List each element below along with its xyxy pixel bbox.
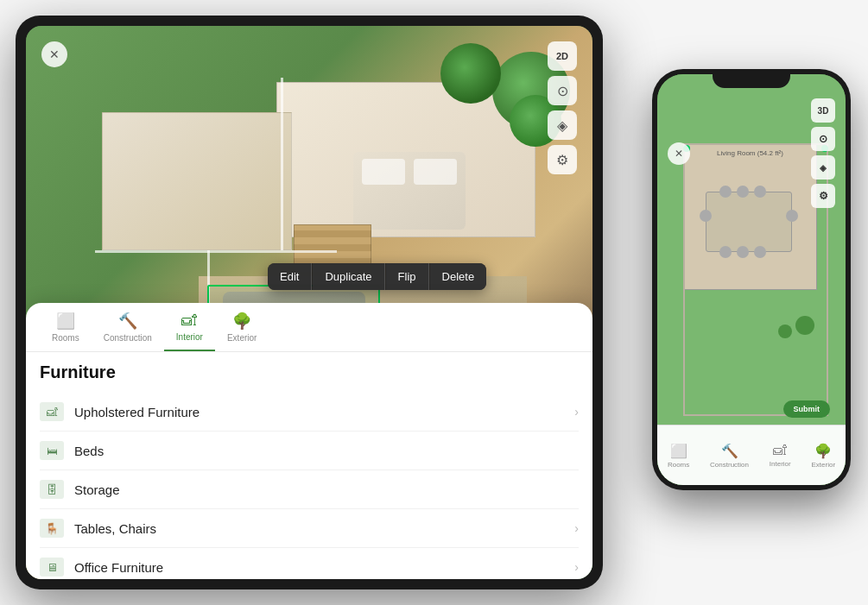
phone-nav-exterior-label: Exterior [812, 461, 836, 469]
tablet-view-buttons: 2D ⊙ ◈ ⚙ [548, 41, 577, 174]
phone-plant-1 [795, 316, 814, 335]
context-menu: Edit Duplicate Flip Delete [268, 263, 486, 290]
tablet-close-icon: ✕ [49, 47, 60, 61]
chair-bot-1 [719, 246, 732, 258]
phone-top-buttons: ✕ 3D ⊙ ◈ ⚙ [668, 98, 835, 208]
phone-action-button[interactable]: Submit [783, 400, 831, 418]
panel-tab-interior[interactable]: 🛋 Interior [164, 303, 215, 351]
panel-tabs: ⬜ Rooms 🔨 Construction 🛋 Interior 🌳 Exte… [26, 303, 592, 352]
office-chevron: › [574, 560, 579, 574]
kitchen-area [102, 112, 292, 250]
context-menu-delete[interactable]: Delete [430, 263, 487, 290]
wall-horizontal-1 [95, 250, 337, 253]
context-menu-edit[interactable]: Edit [268, 263, 312, 290]
phone-layers-button[interactable]: ◈ [811, 155, 835, 180]
phone-view-buttons: 3D ⊙ ◈ ⚙ [811, 98, 835, 208]
chair-bot-3 [754, 246, 766, 258]
panel-tab-rooms[interactable]: ⬜ Rooms [40, 303, 92, 351]
bed-furniture [353, 152, 466, 230]
furniture-item-storage[interactable]: 🗄 Storage [40, 470, 579, 509]
phone-nav-exterior[interactable]: 🌳 Exterior [812, 443, 836, 469]
wall-vertical-1 [281, 78, 283, 250]
chair-left-1 [700, 210, 712, 222]
tablet-2d-button[interactable]: 2D [548, 41, 577, 71]
tablet-bottom-panel: ⬜ Rooms 🔨 Construction 🛋 Interior 🌳 Exte… [26, 303, 592, 579]
storage-icon: 🗄 [40, 480, 64, 499]
context-menu-flip[interactable]: Flip [386, 263, 429, 290]
tree-2 [440, 43, 501, 104]
furniture-item-upholstered[interactable]: 🛋 Upholstered Furniture › [40, 393, 579, 432]
phone-nav-rooms-icon: ⬜ [670, 443, 687, 459]
tablet-layers-button[interactable]: ◈ [548, 110, 577, 140]
phone-settings-button[interactable]: ⚙ [811, 184, 835, 208]
furniture-item-beds[interactable]: 🛏 Beds [40, 432, 579, 470]
phone-nav-interior-icon: 🛋 [773, 443, 787, 458]
phone-nav-rooms[interactable]: ⬜ Rooms [668, 443, 689, 469]
chair-bot-2 [737, 246, 749, 258]
phone-close-icon: ✕ [675, 148, 683, 160]
construction-tab-label: Construction [104, 333, 152, 343]
furniture-item-tables[interactable]: 🪑 Tables, Chairs › [40, 509, 579, 548]
upholstered-label: Upholstered Furniture [74, 405, 574, 419]
bed-pillow-2 [414, 159, 457, 185]
phone-bottom-nav: ⬜ Rooms 🔨 Construction 🛋 Interior 🌳 Exte… [657, 425, 846, 485]
office-icon: 🖥 [40, 558, 64, 577]
phone-3d-button[interactable]: 3D [811, 98, 835, 123]
upholstered-chevron: › [574, 405, 579, 419]
storage-label: Storage [74, 482, 579, 497]
panel-tab-construction[interactable]: 🔨 Construction [92, 303, 164, 351]
phone-nav-interior[interactable]: 🛋 Interior [770, 443, 791, 468]
chair-right-1 [786, 210, 798, 222]
beds-label: Beds [74, 444, 579, 458]
phone-notch [713, 69, 790, 88]
bed-pillow-1 [362, 159, 405, 185]
tablet-close-button[interactable]: ✕ [41, 41, 67, 67]
main-scene: Edit Duplicate Flip Delete ✕ 2D ⊙ ◈ ⚙ [0, 0, 868, 605]
construction-tab-icon: 🔨 [118, 312, 137, 331]
exterior-tab-label: Exterior [227, 333, 257, 343]
phone-nav-construction-icon: 🔨 [721, 443, 738, 459]
phone-plant-2 [778, 325, 792, 338]
tables-icon: 🪑 [40, 519, 64, 538]
phone-nav-construction-label: Construction [710, 461, 749, 469]
tablet-rotate-button[interactable]: ⊙ [548, 76, 577, 105]
phone-nav-interior-label: Interior [770, 460, 791, 468]
tablet-screen: Edit Duplicate Flip Delete ✕ 2D ⊙ ◈ ⚙ [26, 26, 592, 579]
phone-device: Living Room (54.2 ft²) [652, 69, 851, 490]
context-menu-duplicate[interactable]: Duplicate [313, 263, 384, 290]
phone-action-label: Submit [794, 405, 820, 413]
phone-nav-construction[interactable]: 🔨 Construction [710, 443, 749, 469]
panel-content: Furniture 🛋 Upholstered Furniture › 🛏 Be… [26, 352, 592, 579]
phone-nav-rooms-label: Rooms [668, 461, 689, 469]
upholstered-icon: 🛋 [40, 402, 64, 421]
interior-tab-label: Interior [176, 332, 203, 342]
phone-rotate-button[interactable]: ⊙ [811, 127, 835, 151]
panel-title: Furniture [40, 362, 579, 382]
phone-screen: Living Room (54.2 ft²) [657, 74, 846, 485]
exterior-tab-icon: 🌳 [232, 312, 251, 331]
tables-chevron: › [574, 521, 579, 535]
furniture-item-office[interactable]: 🖥 Office Furniture › [40, 548, 579, 579]
tablet-settings-button[interactable]: ⚙ [548, 145, 577, 174]
tablet-device: Edit Duplicate Flip Delete ✕ 2D ⊙ ◈ ⚙ [16, 16, 603, 589]
interior-tab-icon: 🛋 [181, 312, 197, 330]
phone-nav-exterior-icon: 🌳 [814, 443, 832, 459]
beds-icon: 🛏 [40, 441, 64, 460]
rooms-tab-icon: ⬜ [56, 312, 75, 331]
office-label: Office Furniture [74, 560, 574, 575]
phone-close-button[interactable]: ✕ [668, 142, 690, 165]
rooms-tab-label: Rooms [52, 333, 79, 343]
tables-label: Tables, Chairs [74, 521, 574, 536]
panel-tab-exterior[interactable]: 🌳 Exterior [215, 303, 269, 351]
